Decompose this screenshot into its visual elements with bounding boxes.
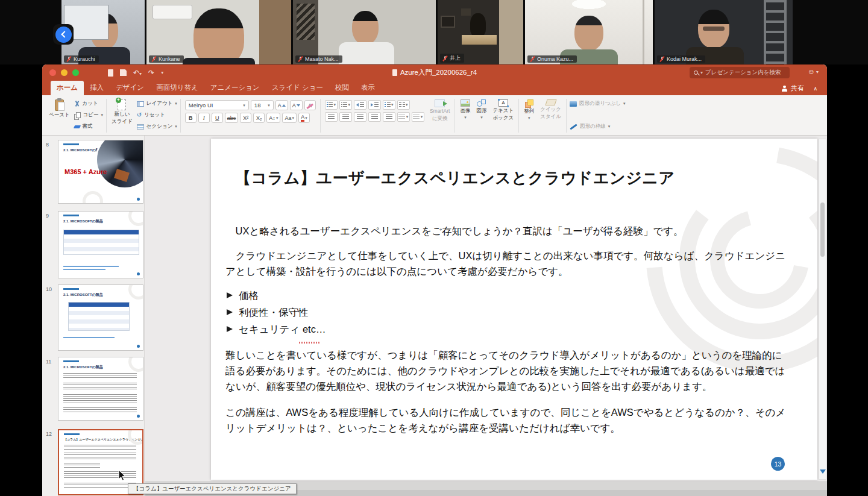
up-triangle-icon (282, 104, 286, 107)
font-size-select[interactable]: 18▾ (251, 100, 274, 110)
align-text-button[interactable]: ▾ (412, 112, 424, 122)
clear-formatting-button[interactable]: A (304, 100, 316, 110)
share-button[interactable]: 共有 (781, 84, 804, 93)
tab-view[interactable]: 表示 (355, 81, 381, 95)
italic-button[interactable]: I (198, 113, 210, 123)
superscript-button[interactable]: X² (240, 113, 251, 123)
text-direction-button[interactable]: ▾ (397, 112, 410, 122)
current-slide[interactable]: 【コラム】ユーザーエクスペリエンスとクラウドエンジニア UXと略されるユーザーエ… (211, 139, 817, 480)
bullets-button[interactable]: ▾ (325, 100, 338, 110)
text-lines-graphic (64, 453, 136, 460)
font-color-button[interactable]: A▾ (298, 113, 310, 123)
participant-name-badge: Kodai Murak... (657, 55, 705, 63)
reset-button[interactable]: ↺リセット (137, 111, 177, 119)
distribute-button[interactable] (383, 112, 395, 122)
dropdown-icon: ▾ (175, 101, 177, 106)
video-tile-6[interactable]: Kodai Murak... (655, 0, 793, 64)
change-case-button[interactable]: Aa▾ (282, 113, 297, 123)
grow-font-button[interactable]: A (275, 100, 288, 110)
tab-design[interactable]: デザイン (110, 81, 150, 95)
dropdown-icon: ▾ (700, 70, 703, 75)
justify-button[interactable] (368, 112, 381, 122)
back-button-circle (55, 27, 72, 43)
subscript-button[interactable]: X₂ (253, 113, 265, 123)
arrange-button[interactable]: 整列 ▾ (522, 98, 536, 134)
bold-button[interactable]: B (185, 113, 197, 123)
slide-thumbnail-8[interactable]: 2.1. MICROSOFTの製品 M365 + Azure (58, 140, 143, 204)
scrollbar-thumb[interactable] (820, 202, 825, 257)
zoom-button[interactable] (72, 69, 79, 76)
picture-button[interactable]: 画像 ▾ (458, 98, 472, 134)
video-tile-5[interactable]: Onuma Kazu... (525, 0, 653, 64)
slide-body: UXと略されるユーザーエクスペリエンスをご存知でしょうか？直訳は「ユーザが得る経… (225, 223, 791, 436)
slide-thumbnail-11[interactable]: 2.1. MICROSOFTの製品 (58, 357, 143, 421)
font-row-2: B I U abc X² X₂ A↕▾ Aa▾ A▾ (185, 113, 316, 123)
clipboard-group: ペースト カット コピー▾ 書式 (47, 98, 103, 134)
shapes-icon (477, 99, 486, 107)
align-right-button[interactable] (354, 112, 366, 122)
close-button[interactable] (49, 69, 56, 76)
slides-small-buttons: レイアウト▾ ↺リセット セクション▾ (137, 98, 177, 134)
tab-insert[interactable]: 挿入 (84, 81, 110, 95)
document-title: Azure入門_20200626_r4 (400, 68, 477, 77)
textbox-button[interactable]: A テキスト ボックス (491, 98, 515, 134)
tab-home[interactable]: ホーム (51, 81, 84, 95)
numbering-button[interactable]: ▾ (339, 100, 352, 110)
save-icon[interactable] (120, 69, 127, 76)
search-box[interactable]: ▾ プレゼンテーション内を検索 (690, 67, 790, 78)
vertical-scrollbar[interactable] (819, 139, 826, 480)
ladder-graphic (764, 0, 787, 64)
participant-name: Masato Nak... (305, 56, 339, 62)
shape-outline-button[interactable]: 図形の枠線▾ (570, 123, 626, 130)
toolbar-customize-button[interactable]: ▾ (161, 70, 163, 75)
shape-fill-button[interactable]: 図形の塗りつぶし▾ (570, 100, 626, 107)
paste-button[interactable]: ペースト (47, 98, 72, 134)
link-line-graphic (63, 269, 105, 271)
shapes-button[interactable]: 図形 ▾ (474, 98, 488, 134)
feedback-button[interactable]: ☺ ▾ (808, 67, 819, 76)
numbering-icon (341, 102, 342, 108)
layout-button[interactable]: レイアウト▾ (137, 100, 177, 107)
decrease-indent-button[interactable] (354, 100, 366, 110)
paragraph-row-2: ▾ ▾ (325, 112, 424, 122)
tab-review[interactable]: 校閲 (329, 81, 355, 95)
tab-transitions[interactable]: 画面切り替え (150, 81, 204, 95)
copy-button[interactable]: コピー▾ (74, 111, 103, 119)
align-center-button[interactable] (339, 112, 352, 122)
smiley-icon: ☺ (808, 67, 815, 76)
video-tile-3[interactable]: Masato Nak... (293, 0, 436, 64)
scroll-down-icon[interactable] (820, 469, 826, 477)
minimize-button[interactable] (61, 69, 68, 76)
collapse-ribbon-icon[interactable]: ∧ (813, 86, 817, 92)
underline-button[interactable]: U (212, 113, 223, 123)
line-spacing-button[interactable]: ▾ (383, 100, 395, 110)
powerpoint-window: ↶▾ ↷ ▾ Azure入門_20200626_r4 ▾ プレゼンテーション内を… (42, 64, 827, 496)
quick-styles-button[interactable]: クイック スタイル (538, 98, 563, 134)
redo-button[interactable]: ↷ (148, 69, 154, 77)
convert-smartart-button[interactable]: SmartArt に変換 (428, 98, 452, 134)
video-tile-1[interactable]: Kurauchi (61, 0, 145, 64)
back-button[interactable] (53, 24, 74, 45)
align-left-button[interactable] (325, 112, 338, 122)
dropdown-icon: ▾ (276, 116, 278, 121)
video-tile-2[interactable]: Kurikane (146, 0, 291, 64)
video-tile-4[interactable]: 井上 (438, 0, 523, 64)
new-slide-button[interactable]: 新しい スライド (110, 98, 134, 134)
dropdown-icon: ▾ (623, 101, 626, 106)
columns-button[interactable]: ▾ (397, 100, 410, 110)
new-document-icon[interactable] (108, 69, 113, 77)
format-painter-button[interactable]: 書式 (74, 123, 103, 130)
section-button[interactable]: セクション▾ (137, 123, 177, 130)
font-name-select[interactable]: Meiryo UI▾ (185, 100, 249, 110)
cut-button[interactable]: カット (74, 100, 103, 107)
undo-button[interactable]: ↶▾ (133, 69, 142, 77)
increase-indent-button[interactable] (368, 100, 381, 110)
tab-slideshow[interactable]: スライド ショー (266, 81, 329, 95)
slide-thumbnail-10[interactable]: 2.1. MICROSOFTの製品 (58, 284, 143, 351)
slide-thumbnail-9[interactable]: 2.1. MICROSOFTの製品 (58, 211, 143, 278)
tab-animations[interactable]: アニメーション (204, 81, 266, 95)
character-spacing-button[interactable]: A↕▾ (266, 113, 280, 123)
strikethrough-button[interactable]: abc (225, 113, 239, 123)
dropdown-icon: ▾ (292, 116, 294, 121)
shrink-font-button[interactable]: A (290, 100, 303, 110)
